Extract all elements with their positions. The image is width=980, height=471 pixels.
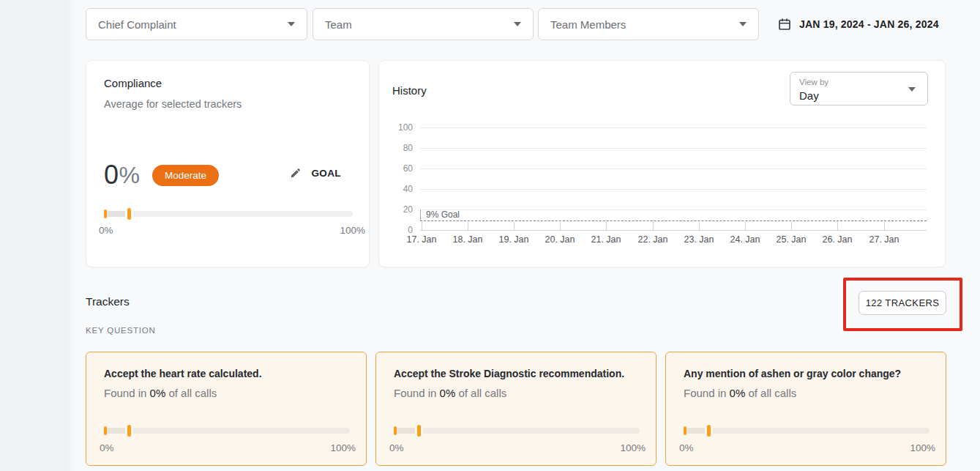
- scale-min-label: 0%: [100, 442, 114, 453]
- compliance-title: Compliance: [104, 77, 162, 89]
- key-question-label: KEY QUESTION: [86, 326, 156, 335]
- tracker-found-text: Found in 0% of all calls: [684, 387, 796, 399]
- x-axis-tick: [884, 222, 885, 230]
- tracker-card[interactable]: Accept the Stroke Diagnostic recommendat…: [375, 352, 657, 466]
- progress-goal-marker: [127, 208, 131, 220]
- tracker-scale: 0% 100%: [389, 442, 646, 453]
- y-axis-label: 60: [379, 163, 413, 174]
- team-select[interactable]: Team: [313, 8, 534, 40]
- team-label: Team: [325, 18, 514, 31]
- x-axis-tick: [422, 222, 422, 230]
- found-suffix: of all calls: [168, 387, 217, 399]
- progress-value-marker: [394, 426, 397, 435]
- x-axis-tick: [560, 222, 561, 230]
- gridline-100: [420, 127, 927, 128]
- compliance-value-row: 0 % Moderate GOAL: [104, 160, 351, 190]
- team-members-select[interactable]: Team Members: [538, 8, 759, 40]
- scale-min-label: 0%: [99, 225, 113, 236]
- gridline-80: [420, 148, 927, 149]
- tracker-question: Any mention of ashen or gray color chang…: [684, 368, 931, 379]
- trackers-section-title: Trackers: [86, 295, 130, 308]
- trackers-count-button[interactable]: 122 TRACKERS: [859, 291, 946, 315]
- pencil-icon: [290, 167, 302, 179]
- goal-line-left-edge: [420, 209, 421, 220]
- left-background-strip: [0, 0, 77, 471]
- compliance-value: 0: [104, 160, 119, 190]
- goal-line-label: 9% Goal: [426, 209, 460, 220]
- found-suffix: of all calls: [748, 387, 796, 399]
- y-axis-label: 40: [379, 184, 413, 194]
- tracker-progress-bar: [684, 428, 929, 434]
- tracker-card[interactable]: Accept the heart rate calculated. Found …: [86, 352, 367, 466]
- chevron-down-icon: [514, 22, 521, 26]
- scale-min-label: 0%: [679, 442, 694, 453]
- goal-button-label: GOAL: [311, 168, 341, 179]
- gridline-20: [420, 209, 927, 210]
- compliance-card: Compliance Average for selected trackers…: [86, 60, 370, 267]
- progress-below-goal-segment: [684, 428, 708, 434]
- date-range-picker[interactable]: JAN 19, 2024 - JAN 26, 2024: [777, 16, 939, 32]
- compliance-value-unit: %: [119, 162, 140, 189]
- found-prefix: Found in: [394, 387, 436, 399]
- x-axis-tick: [745, 222, 746, 230]
- x-axis-label: 18. Jan: [445, 234, 490, 245]
- calendar-icon: [777, 17, 792, 31]
- x-axis-line: [420, 230, 927, 231]
- y-axis-label: 100: [379, 122, 413, 133]
- x-axis-label: 25. Jan: [768, 234, 814, 245]
- edit-goal-button[interactable]: GOAL: [290, 167, 341, 179]
- x-axis-label: 27. Jan: [861, 234, 907, 245]
- tracker-progress-bar: [104, 428, 350, 434]
- x-axis-label: 26. Jan: [815, 234, 860, 245]
- tracker-scale: 0% 100%: [679, 442, 935, 453]
- scale-max-label: 100%: [340, 225, 365, 236]
- found-prefix: Found in: [104, 387, 146, 399]
- scale-min-label: 0%: [389, 442, 404, 453]
- date-range-text: JAN 19, 2024 - JAN 26, 2024: [799, 18, 939, 30]
- x-axis-label: 20. Jan: [537, 234, 583, 245]
- progress-goal-marker: [127, 425, 131, 437]
- x-axis-tick: [606, 222, 607, 230]
- progress-goal-marker: [707, 425, 711, 437]
- x-axis-label: 17. Jan: [399, 234, 444, 245]
- tracker-question: Accept the heart rate calculated.: [104, 368, 351, 379]
- scale-max-label: 100%: [330, 442, 356, 453]
- compliance-scale: 0% 100%: [99, 225, 365, 236]
- tracker-scale: 0% 100%: [100, 442, 356, 453]
- progress-value-marker: [684, 426, 687, 435]
- x-axis-label: 24. Jan: [722, 234, 768, 245]
- chief-complaint-select[interactable]: Chief Complaint: [86, 8, 307, 40]
- scale-max-label: 100%: [620, 442, 646, 453]
- found-suffix: of all calls: [458, 387, 506, 399]
- x-axis-tick: [653, 222, 654, 230]
- gridline-60: [420, 168, 927, 169]
- chevron-down-icon: [288, 22, 295, 26]
- y-axis-label: 0: [379, 225, 413, 235]
- chief-complaint-label: Chief Complaint: [98, 18, 288, 31]
- found-value: 0%: [730, 387, 746, 399]
- team-members-label: Team Members: [550, 18, 739, 31]
- history-chart: 100 80 60 40 20 0 9% Goal 17. Jan 18. Ja: [379, 61, 946, 268]
- y-axis-label: 80: [379, 143, 413, 153]
- status-badge: Moderate: [152, 165, 219, 186]
- gridline-40: [420, 189, 927, 190]
- tracker-card[interactable]: Any mention of ashen or gray color chang…: [665, 352, 946, 466]
- x-axis-tick: [514, 222, 515, 230]
- x-axis-tick: [791, 222, 792, 230]
- scale-max-label: 100%: [910, 442, 935, 453]
- tracker-found-text: Found in 0% of all calls: [394, 387, 506, 399]
- progress-goal-marker: [417, 425, 421, 437]
- progress-below-goal-segment: [104, 428, 129, 434]
- x-axis-label: 23. Jan: [676, 234, 722, 245]
- goal-dashed-line: [420, 220, 927, 221]
- found-value: 0%: [440, 387, 456, 399]
- progress-value-marker: [104, 209, 107, 218]
- history-card: History View by Day 100 80 60 40 20 0 9%…: [378, 60, 946, 267]
- tracker-found-text: Found in 0% of all calls: [104, 387, 217, 399]
- x-axis-tick: [837, 222, 838, 230]
- x-axis-label: 22. Jan: [630, 234, 676, 245]
- x-axis-tick: [699, 222, 700, 230]
- dashboard-page: Chief Complaint Team Team Members JAN 19…: [0, 0, 980, 471]
- compliance-subtitle: Average for selected trackers: [104, 98, 242, 110]
- progress-value-marker: [104, 426, 107, 435]
